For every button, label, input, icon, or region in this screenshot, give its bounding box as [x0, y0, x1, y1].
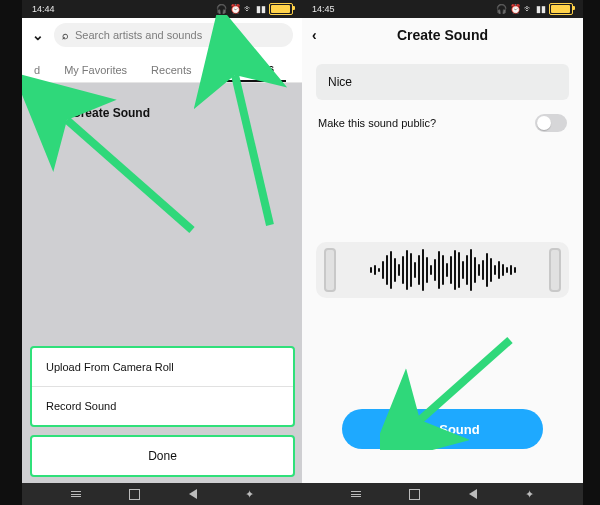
waveform-bar	[474, 257, 476, 283]
icon-signal: ▮▮	[256, 4, 266, 14]
search-input[interactable]: ⌕ Search artists and sounds	[54, 23, 293, 47]
waveform-bar	[434, 259, 436, 281]
tab-my-sounds[interactable]: My Sounds	[203, 54, 286, 82]
page-title: Create Sound	[397, 27, 488, 43]
icon-alarm: ⏰	[230, 4, 241, 14]
waveform-bar	[454, 250, 456, 290]
waveform-bar	[442, 255, 444, 285]
waveform-bar	[450, 256, 452, 284]
tab-my-favorites[interactable]: My Favorites	[52, 56, 139, 82]
icon-signal: ▮▮	[536, 4, 546, 14]
waveform-bar	[386, 255, 388, 285]
make-public-row: Make this sound public?	[318, 114, 567, 132]
status-tray: 🎧 ⏰ ᯤ ▮▮	[496, 3, 573, 15]
search-placeholder: Search artists and sounds	[75, 29, 202, 41]
battery-icon	[269, 3, 293, 15]
done-button[interactable]: Done	[30, 435, 295, 477]
waveform-bar	[410, 253, 412, 287]
tab-featured[interactable]: d	[22, 56, 52, 82]
waveform-bar	[398, 264, 400, 276]
recent-apps-icon[interactable]	[71, 491, 81, 497]
waveform-bar	[510, 265, 512, 275]
waveform-bar	[414, 262, 416, 278]
home-icon[interactable]	[129, 489, 140, 500]
home-icon[interactable]	[409, 489, 420, 500]
back-chevron-icon[interactable]: ‹	[312, 27, 317, 43]
waveform-bar	[498, 261, 500, 279]
waveform-bar	[506, 267, 508, 273]
icon-alarm: ⏰	[510, 4, 521, 14]
waveform-bar	[390, 251, 392, 289]
create-sound-header: ‹ Create Sound	[302, 18, 583, 52]
sound-tabs: d My Favorites Recents My Sounds	[22, 52, 303, 83]
waveform-bar	[446, 263, 448, 277]
save-sound-button[interactable]: Save Sound	[342, 409, 543, 449]
phone-screen-right: 14:45 🎧 ⏰ ᯤ ▮▮ ‹ Create Sound Nice Make …	[302, 0, 583, 505]
status-time: 14:45	[312, 4, 335, 14]
screenshot-stage: 14:44 🎧 ⏰ ᯤ ▮▮ ⌄ ⌕ Search artists and so…	[0, 0, 600, 505]
icon-wifi: ᯤ	[244, 4, 253, 14]
create-sound-label: Create Sound	[72, 106, 150, 120]
waveform-bar	[478, 264, 480, 276]
waveform-bar	[382, 261, 384, 279]
search-icon: ⌕	[62, 29, 69, 41]
record-sound[interactable]: Record Sound	[32, 387, 293, 425]
icon-headphones: 🎧	[216, 4, 227, 14]
waveform-bar	[466, 255, 468, 285]
chevron-down-icon[interactable]: ⌄	[32, 27, 44, 43]
accessibility-icon[interactable]: ✦	[525, 488, 534, 501]
waveform-bar	[486, 253, 488, 287]
waveform-bar	[482, 260, 484, 280]
phone-screen-left: 14:44 🎧 ⏰ ᯤ ▮▮ ⌄ ⌕ Search artists and so…	[22, 0, 303, 505]
icon-wifi: ᯤ	[524, 4, 533, 14]
trim-handle-left[interactable]	[324, 248, 336, 292]
waveform-bar	[462, 261, 464, 279]
waveform-bar	[490, 258, 492, 282]
upload-from-camera-roll[interactable]: Upload From Camera Roll	[32, 348, 293, 387]
save-sound-label: Save Sound	[405, 422, 479, 437]
recent-apps-icon[interactable]	[351, 491, 361, 497]
make-public-label: Make this sound public?	[318, 117, 436, 129]
sound-name-value: Nice	[328, 75, 352, 89]
search-header: ⌄ ⌕ Search artists and sounds	[22, 18, 303, 52]
waveform-bar	[418, 255, 420, 285]
status-bar: 14:45 🎧 ⏰ ᯤ ▮▮	[302, 0, 583, 18]
battery-icon	[549, 3, 573, 15]
waveform-bar	[370, 267, 372, 273]
android-navbar: ✦	[22, 483, 303, 505]
waveform-bar	[438, 251, 440, 289]
action-sheet: Upload From Camera Roll Record Sound Don…	[30, 346, 295, 477]
public-toggle[interactable]	[535, 114, 567, 132]
tab-recents[interactable]: Recents	[139, 56, 203, 82]
waveform-bar	[402, 256, 404, 284]
waveform-bar	[406, 250, 408, 290]
waveform-bar	[458, 252, 460, 288]
waveform-bar	[426, 257, 428, 283]
plus-icon: +	[34, 99, 62, 127]
status-bar: 14:44 🎧 ⏰ ᯤ ▮▮	[22, 0, 303, 18]
waveform-bar	[502, 264, 504, 276]
sound-name-input[interactable]: Nice	[316, 64, 569, 100]
waveform-bar	[494, 265, 496, 275]
trim-handle-right[interactable]	[549, 248, 561, 292]
icon-headphones: 🎧	[496, 4, 507, 14]
waveform-bar	[470, 249, 472, 291]
status-tray: 🎧 ⏰ ᯤ ▮▮	[216, 3, 293, 15]
create-sound-row[interactable]: + Create Sound	[34, 99, 291, 127]
waveform-bar	[422, 249, 424, 291]
waveform-bar	[394, 258, 396, 282]
waveform-bar	[374, 265, 376, 275]
waveform-trimmer[interactable]	[316, 242, 569, 298]
back-icon[interactable]	[189, 489, 197, 499]
back-icon[interactable]	[469, 489, 477, 499]
waveform-bar	[430, 265, 432, 275]
status-time: 14:44	[32, 4, 55, 14]
waveform-bar	[514, 267, 516, 273]
waveform-track	[336, 249, 549, 291]
android-navbar: ✦	[302, 483, 583, 505]
waveform-bar	[378, 268, 380, 272]
accessibility-icon[interactable]: ✦	[245, 488, 254, 501]
